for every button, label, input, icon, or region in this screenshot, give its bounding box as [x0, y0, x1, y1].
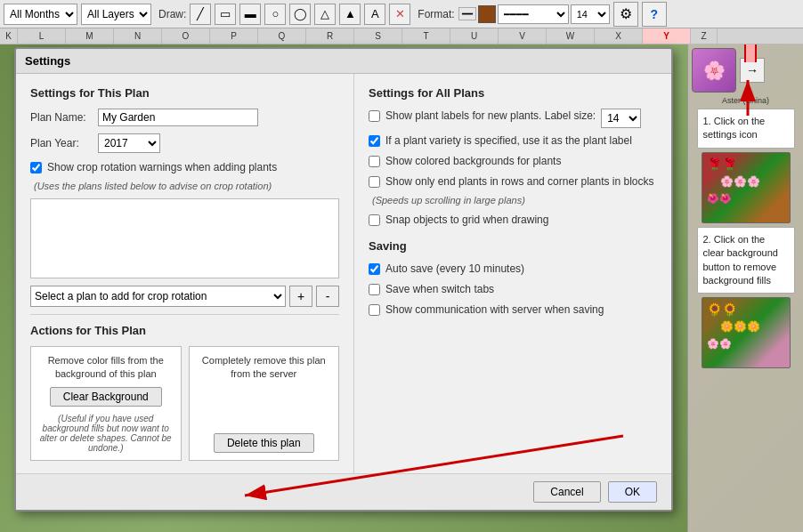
col-header-v: V: [499, 28, 547, 44]
crop-rotation-row: Show crop rotation warnings when adding …: [30, 160, 339, 175]
dialog-right: Settings for All Plans Show plant labels…: [354, 74, 671, 473]
col-header-k: K: [0, 28, 18, 44]
cancel-button[interactable]: Cancel: [533, 481, 600, 503]
label-size-select[interactable]: 14: [601, 109, 641, 128]
clear-bg-box: Remove color fills from the background o…: [30, 346, 182, 461]
font-size-select[interactable]: 14: [571, 4, 610, 24]
dialog-body: Settings for This Plan Plan Name: Plan Y…: [16, 74, 671, 473]
show-labels-checkbox[interactable]: [369, 110, 380, 122]
plan-name-label: Plan Name:: [30, 111, 93, 124]
snap-grid-checkbox[interactable]: [369, 214, 380, 226]
settings-dialog: Settings Settings for This Plan Plan Nam…: [14, 47, 673, 512]
actions-section: Actions for This Plan Remove color fills…: [30, 314, 339, 461]
use-variety-row: If a plant variety is specified, use it …: [369, 133, 657, 149]
col-header-x: X: [595, 28, 643, 44]
col-header-y: Y: [643, 28, 691, 44]
ok-button[interactable]: OK: [608, 481, 657, 503]
snap-grid-label: Snap objects to grid when drawing: [385, 213, 548, 228]
show-labels-row: Show plant labels for new plants. Label …: [369, 109, 657, 128]
use-variety-label: If a plant variety is specified, use it …: [385, 133, 632, 149]
text-tool[interactable]: A: [364, 4, 385, 25]
left-section-title: Settings for This Plan: [30, 86, 339, 100]
show-comm-row: Show communication with server when savi…: [369, 302, 657, 318]
fill-rect-tool[interactable]: ▬: [239, 4, 261, 25]
dialog-footer: Cancel OK: [16, 473, 671, 510]
col-header-w: W: [547, 28, 595, 44]
plan-name-input[interactable]: [98, 109, 258, 126]
show-comm-label: Show communication with server when savi…: [385, 302, 604, 318]
crop-rotation-list[interactable]: [30, 198, 339, 278]
saving-title: Saving: [369, 239, 657, 253]
col-header-u: U: [450, 28, 499, 44]
autosave-checkbox[interactable]: [369, 263, 380, 275]
end-plants-checkbox[interactable]: [369, 176, 380, 188]
actions-title: Actions for This Plan: [30, 324, 339, 337]
remove-crop-btn[interactable]: -: [316, 286, 339, 307]
crop-rotation-note: (Uses the plans listed below to advise o…: [34, 181, 339, 191]
right-section-title: Settings for All Plans: [369, 86, 657, 100]
circle-tool[interactable]: ○: [264, 4, 286, 25]
autosave-row: Auto save (every 10 minutes): [369, 262, 657, 277]
delete-plan-button[interactable]: Delete this plan: [214, 433, 314, 453]
clear-bg-desc: Remove color fills from the background o…: [38, 354, 174, 382]
color-picker[interactable]: [478, 5, 496, 23]
dialog-title: Settings: [25, 54, 70, 68]
plan-year-select[interactable]: 2017: [98, 133, 160, 153]
ellipse-tool[interactable]: ◯: [289, 4, 311, 25]
rect-tool[interactable]: ▭: [215, 4, 236, 25]
end-plants-note: (Speeds up scrolling in large plans): [372, 195, 657, 206]
delete-desc: Completely remove this plan from the ser…: [197, 354, 332, 382]
dialog-left: Settings for This Plan Plan Name: Plan Y…: [16, 74, 354, 473]
end-plants-row: Show only end plants in rows and corner …: [369, 174, 657, 189]
triangle-tool[interactable]: △: [314, 4, 336, 25]
col-header-o: O: [162, 28, 210, 44]
paint-tool[interactable]: ✕: [389, 4, 410, 25]
crop-rotation-checkbox[interactable]: [30, 162, 42, 173]
col-header-m: M: [66, 28, 114, 44]
col-header-l: L: [18, 28, 66, 44]
layers-select[interactable]: All Layers: [81, 4, 151, 25]
actions-row: Remove color fills from the background o…: [30, 346, 339, 461]
colored-bg-checkbox[interactable]: [369, 156, 380, 167]
settings-icon[interactable]: ⚙: [613, 2, 638, 27]
col-header-r: R: [306, 28, 354, 44]
colored-bg-label: Show colored backgrounds for plants: [385, 154, 561, 169]
col-header-n: N: [114, 28, 162, 44]
delete-plan-box: Completely remove this plan from the ser…: [189, 346, 340, 461]
line-thickness-select[interactable]: ━━━━: [498, 4, 569, 24]
add-crop-btn[interactable]: +: [289, 286, 312, 307]
col-header-s: S: [354, 28, 402, 44]
plan-year-row: Plan Year: 2017: [30, 133, 339, 153]
clear-background-button[interactable]: Clear Background: [50, 387, 162, 407]
autosave-label: Auto save (every 10 minutes): [385, 262, 524, 277]
column-headers: K L M N O P Q R S T U V W X Y Z: [0, 28, 803, 44]
col-header-z: Z: [691, 28, 718, 44]
show-labels-label: Show plant labels for new plants. Label …: [385, 109, 596, 124]
col-header-p: P: [210, 28, 258, 44]
save-tabs-row: Save when switch tabs: [369, 282, 657, 297]
format-label: Format:: [418, 8, 454, 20]
dialog-titlebar: Settings: [16, 49, 671, 74]
dialog-overlay: Settings Settings for This Plan Plan Nam…: [0, 44, 803, 532]
save-tabs-checkbox[interactable]: [369, 284, 380, 295]
months-select[interactable]: All Months: [4, 4, 77, 25]
use-variety-checkbox[interactable]: [369, 135, 380, 147]
draw-label: Draw:: [158, 8, 186, 20]
main-area: 🌿 🌳 🌾 🌲 🌿 🌳 🌾 🌿 🌳 🌸 → Aster (China) 1. C…: [0, 44, 803, 532]
crop-rotation-label: Show crop rotation warnings when adding …: [47, 160, 277, 175]
help-icon[interactable]: ?: [642, 2, 667, 27]
plan-year-label: Plan Year:: [30, 137, 93, 149]
col-header-t: T: [402, 28, 450, 44]
show-comm-checkbox[interactable]: [369, 304, 380, 316]
snap-grid-row: Snap objects to grid when drawing: [369, 213, 657, 228]
line-tool[interactable]: ╱: [190, 4, 211, 25]
plan-name-row: Plan Name:: [30, 109, 339, 126]
toolbar: All Months All Layers Draw: ╱ ▭ ▬ ○ ◯ △ …: [0, 0, 803, 28]
up-triangle-tool[interactable]: ▲: [339, 4, 361, 25]
clear-bg-note: (Useful if you have used background fill…: [38, 414, 174, 453]
crop-rotation-controls: Select a plan to add for crop rotation +…: [30, 286, 339, 307]
colored-bg-row: Show colored backgrounds for plants: [369, 154, 657, 169]
save-tabs-label: Save when switch tabs: [385, 282, 494, 297]
crop-plan-select[interactable]: Select a plan to add for crop rotation: [30, 286, 286, 307]
col-header-q: Q: [258, 28, 306, 44]
